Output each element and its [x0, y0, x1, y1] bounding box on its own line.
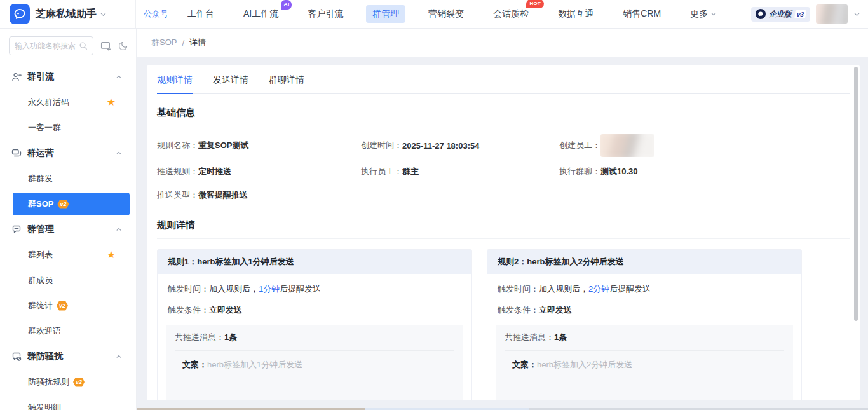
- sidebar-item-label: 群群发: [28, 173, 53, 184]
- rule-detail-title: 规则详情: [157, 219, 850, 239]
- main-nav: 工作台 AI工作流AI 客户引流 群管理 营销裂变 会话质检HOT 数据互通 销…: [181, 5, 723, 23]
- header-right: 企业版 v3: [751, 4, 868, 24]
- sidebar-item-group-list[interactable]: 群列表 ★: [0, 242, 136, 268]
- nav-ai-workflow[interactable]: AI工作流AI: [237, 5, 285, 23]
- brand[interactable]: 芝麻私域助手: [0, 0, 136, 28]
- chevron-down-icon[interactable]: [100, 11, 107, 18]
- v2-badge: v2: [57, 301, 68, 311]
- sidebar-section-label: 群运营: [27, 147, 54, 159]
- search-input[interactable]: [15, 41, 79, 50]
- nav-data-exchange[interactable]: 数据互通: [552, 5, 600, 23]
- sidebar-search[interactable]: [9, 36, 93, 55]
- nav-more[interactable]: 更多: [684, 5, 723, 23]
- field-exec-group: 执行群聊： 测试10.30: [559, 160, 850, 184]
- breadcrumb-separator: /: [182, 38, 184, 48]
- trigger-delay-highlight: 1分钟: [259, 284, 280, 294]
- breadcrumb-current: 详情: [189, 37, 206, 48]
- nav-group-management[interactable]: 群管理: [366, 5, 405, 23]
- main-area: 群SOP / 详情 规则详情 发送详情 群聊详情 基础信息 规则名称： 重复SO…: [137, 29, 868, 410]
- scrollbar-thumb[interactable]: [854, 67, 858, 321]
- trigger-time-line: 触发时间：加入规则后，1分钟后提醒发送: [168, 284, 461, 295]
- sidebar-item-group-sop[interactable]: 群SOP v2: [13, 193, 130, 215]
- sidebar-item-anti-harassment-rules[interactable]: 防骚扰规则 v2: [0, 369, 136, 395]
- nav-sales-crm[interactable]: 销售CRM: [616, 5, 667, 23]
- breadcrumb-parent[interactable]: 群SOP: [151, 37, 177, 48]
- sidebar-item-label: 触发明细: [28, 402, 61, 410]
- field-created-by: 创建员工：: [559, 132, 850, 160]
- nav-customer-acquisition[interactable]: 客户引流: [301, 5, 349, 23]
- nav-workbench[interactable]: 工作台: [181, 5, 220, 23]
- chat-bubbles-icon: [11, 148, 22, 158]
- app-title: 芝麻私域助手: [36, 8, 97, 21]
- field-push-rule: 推送规则： 定时推送: [157, 160, 361, 184]
- plan-badge[interactable]: 企业版 v3: [751, 7, 810, 22]
- dark-mode-icon[interactable]: [118, 41, 128, 51]
- rule-cards: 规则1：herb标签加入1分钟后发送 触发时间：加入规则后，1分钟后提醒发送 触…: [157, 249, 802, 400]
- copy-text: herb标签加入1分钟后发送: [207, 360, 302, 369]
- sidebar-section-group-acquisition[interactable]: 群引流: [0, 64, 136, 90]
- nav-marketing-fission[interactable]: 营销裂变: [422, 5, 470, 23]
- ai-badge: AI: [281, 0, 292, 10]
- tab-send-detail[interactable]: 发送详情: [213, 74, 248, 93]
- v2-badge: v2: [57, 200, 69, 209]
- sidebar-item-group-mass-send[interactable]: 群群发: [0, 166, 136, 191]
- copy-text: herb标签加入2分钟后发送: [537, 360, 632, 369]
- sidebar-item-permanent-group-qr[interactable]: 永久群活码 ★: [0, 90, 136, 115]
- push-message-box: 共推送消息：1条 文案：herb标签加入2分钟后发送: [496, 325, 793, 400]
- sidebar-item-group-welcome[interactable]: 群欢迎语: [0, 318, 136, 344]
- basic-info-title: 基础信息: [157, 107, 850, 126]
- message-count: 1条: [554, 332, 567, 342]
- sidebar-item-group-statistics[interactable]: 群统计 v2: [0, 293, 136, 318]
- trigger-condition-line: 触发条件：立即发送: [168, 304, 461, 316]
- nav-label: 客户引流: [308, 8, 343, 20]
- detail-panel: 规则详情 发送详情 群聊详情 基础信息 规则名称： 重复SOP测试 创建时间： …: [147, 65, 860, 400]
- tab-rule-detail[interactable]: 规则详情: [157, 74, 193, 93]
- redacted-employee-name: [600, 134, 654, 157]
- add-shortcut-icon[interactable]: [100, 41, 111, 51]
- nav-label: 会话质检: [493, 8, 529, 20]
- chevron-up-icon: [116, 353, 122, 360]
- push-message-box: 共推送消息：1条 文案：herb标签加入1分钟后发送: [166, 325, 463, 400]
- sidebar-item-label: 群成员: [28, 275, 53, 286]
- breadcrumb: 群SOP / 详情: [137, 29, 868, 57]
- nav-label: 群管理: [372, 8, 399, 20]
- sidebar-section-group-management[interactable]: 群管理: [0, 217, 136, 242]
- sidebar-section-anti-harassment[interactable]: 群防骚扰: [0, 344, 136, 369]
- hot-badge: HOT: [526, 0, 544, 8]
- rule-card-2: 规则2：herb标签加入2分钟后发送 触发时间：加入规则后，2分钟后提醒发送 触…: [487, 249, 802, 400]
- sidebar-menu: 群引流 永久群活码 ★ 一客一群 群运营 群群发 群S: [0, 64, 136, 410]
- nav-label: 营销裂变: [428, 8, 464, 20]
- account-type-link[interactable]: 公众号: [144, 8, 168, 20]
- sidebar-item-group-members[interactable]: 群成员: [0, 268, 136, 293]
- star-icon: ★: [107, 250, 116, 260]
- chevron-up-icon: [116, 226, 122, 233]
- user-avatar[interactable]: [816, 4, 848, 24]
- nav-label: 数据互通: [558, 8, 593, 20]
- nav-chat-inspection[interactable]: 会话质检HOT: [487, 5, 535, 23]
- trigger-delay-highlight: 2分钟: [588, 284, 609, 294]
- tab-group-chat-detail[interactable]: 群聊详情: [269, 74, 304, 93]
- trigger-condition-line: 触发条件：立即发送: [498, 304, 791, 316]
- basic-info-grid: 规则名称： 重复SOP测试 创建时间： 2025-11-27 18:03:54 …: [157, 132, 850, 207]
- field-push-type: 推送类型： 微客提醒推送: [157, 184, 361, 207]
- nav-label: 更多: [690, 8, 708, 20]
- plan-version-badge: v3: [794, 10, 806, 18]
- nav-label: AI工作流: [243, 8, 278, 20]
- plan-label: 企业版: [769, 9, 792, 20]
- sidebar-item-label: 一客一群: [28, 122, 61, 133]
- app-root: 芝麻私域助手 公众号 工作台 AI工作流AI 客户引流 群管理 营销裂变 会话质…: [0, 0, 868, 410]
- sidebar-section-group-operation[interactable]: 群运营: [0, 140, 136, 166]
- chevron-down-icon[interactable]: [853, 11, 860, 18]
- field-rule-name: 规则名称： 重复SOP测试: [157, 132, 361, 160]
- rule-card-title: 规则1：herb标签加入1分钟后发送: [158, 250, 471, 274]
- sidebar-item-trigger-details[interactable]: 触发明细: [0, 395, 136, 410]
- sidebar-item-one-customer-one-group[interactable]: 一客一群: [0, 115, 136, 140]
- sidebar-item-label: 永久群活码: [28, 97, 69, 108]
- v2-badge: v2: [73, 378, 85, 387]
- app-logo-icon: [10, 4, 30, 24]
- nav-label: 工作台: [187, 8, 214, 20]
- sidebar-item-label: 群欢迎语: [28, 325, 61, 337]
- chevron-up-icon: [116, 150, 122, 156]
- chevron-down-icon: [710, 11, 717, 17]
- trigger-time-line: 触发时间：加入规则后，2分钟后提醒发送: [498, 284, 791, 295]
